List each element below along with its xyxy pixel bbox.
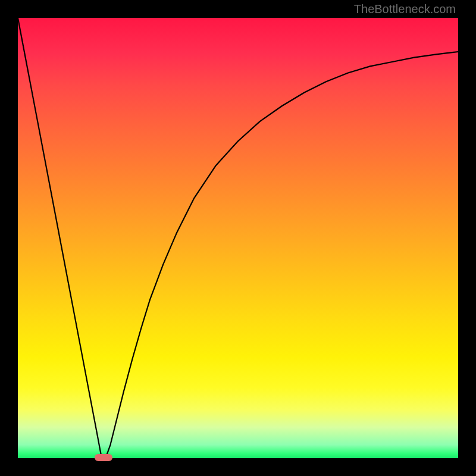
chart-frame: TheBottleneck.com xyxy=(0,0,476,476)
data-curve xyxy=(18,18,458,458)
attribution-text: TheBottleneck.com xyxy=(354,2,456,16)
plot-area xyxy=(18,18,458,458)
optimal-point-marker xyxy=(95,454,112,461)
